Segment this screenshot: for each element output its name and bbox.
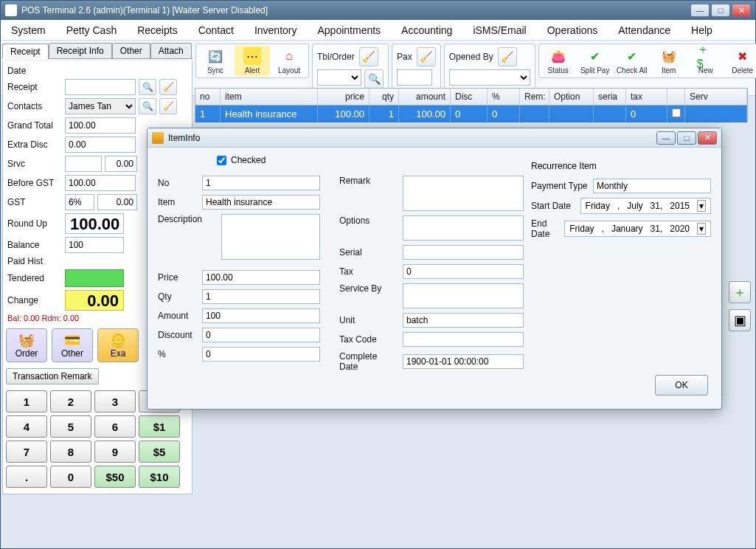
- row-checkbox[interactable]: [672, 108, 681, 117]
- menu-appointments[interactable]: Appointments: [307, 20, 391, 40]
- maximize-button[interactable]: □: [711, 4, 730, 17]
- key-0[interactable]: 0: [50, 466, 91, 488]
- modal-close-button[interactable]: ✕: [698, 131, 717, 145]
- transaction-remark-button[interactable]: Transaction Remark: [6, 368, 99, 384]
- sync-button[interactable]: 🔄Sync: [198, 46, 233, 76]
- key-5[interactable]: 5: [50, 415, 91, 438]
- extradisc-input[interactable]: [65, 137, 136, 153]
- key-dot[interactable]: .: [6, 466, 47, 488]
- item-button[interactable]: 🧺Item: [651, 46, 687, 76]
- menu-system[interactable]: System: [1, 20, 56, 40]
- unit-input[interactable]: [403, 313, 524, 328]
- col-price[interactable]: price: [318, 89, 370, 105]
- col-item[interactable]: item: [221, 89, 318, 105]
- tab-receipt-info[interactable]: Receipt Info: [49, 43, 112, 58]
- gutter-box-button[interactable]: ▣: [729, 309, 751, 331]
- other-button[interactable]: 💳Other: [52, 328, 93, 362]
- calendar-icon[interactable]: ▾: [697, 223, 706, 235]
- pax-clear-icon[interactable]: 🧹: [417, 47, 436, 66]
- openedby-clear-icon[interactable]: 🧹: [498, 47, 517, 66]
- beforegst-input[interactable]: [65, 175, 136, 191]
- layout-button[interactable]: ⌂Layout: [271, 46, 307, 76]
- checked-checkbox[interactable]: [217, 156, 226, 165]
- delete-button[interactable]: ✖Delete: [725, 46, 756, 76]
- splitpay-button[interactable]: ✔Split Pay: [578, 46, 613, 76]
- alert-button[interactable]: ⋯Alert: [235, 46, 270, 76]
- remark-input[interactable]: [403, 176, 524, 211]
- menu-contact[interactable]: Contact: [188, 20, 244, 40]
- col-amount[interactable]: amount: [399, 89, 451, 105]
- gutter-add-button[interactable]: ＋: [729, 281, 751, 303]
- key-8[interactable]: 8: [50, 441, 91, 463]
- order-button[interactable]: 🧺Order: [6, 328, 47, 362]
- key-6[interactable]: 6: [94, 415, 136, 438]
- menu-pettycash[interactable]: Petty Cash: [56, 20, 127, 40]
- qty-input[interactable]: [202, 289, 320, 304]
- key-1[interactable]: 1: [6, 390, 47, 412]
- pct-input[interactable]: [202, 347, 320, 362]
- receipt-search-icon[interactable]: 🔍: [139, 79, 156, 95]
- tblorder-search-icon[interactable]: 🔍: [364, 69, 384, 89]
- col-option[interactable]: Option: [549, 89, 594, 105]
- col-qty[interactable]: qty: [370, 89, 399, 105]
- enddate-picker[interactable]: Friday, January 31, 2020 ▾: [564, 221, 711, 237]
- col-pct[interactable]: %: [488, 89, 520, 105]
- tab-attach[interactable]: Attach: [150, 43, 192, 58]
- col-tax[interactable]: tax: [626, 89, 667, 105]
- col-disc[interactable]: Disc: [451, 89, 488, 105]
- col-rem[interactable]: Rem:: [520, 89, 549, 105]
- menu-attendance[interactable]: Attendance: [608, 20, 681, 40]
- key-7[interactable]: 7: [6, 441, 47, 463]
- col-serv[interactable]: Serv: [685, 89, 747, 105]
- col-check[interactable]: [667, 89, 685, 105]
- desc-input[interactable]: [221, 214, 320, 260]
- key-dollar-5[interactable]: $5: [139, 441, 180, 463]
- balance-input[interactable]: [65, 237, 124, 253]
- calendar-icon[interactable]: ▾: [697, 200, 706, 212]
- contacts-search-icon[interactable]: 🔍: [139, 98, 156, 114]
- no-input[interactable]: [202, 176, 320, 190]
- pax-input[interactable]: [397, 69, 432, 86]
- menu-help[interactable]: Help: [681, 20, 723, 40]
- ok-button[interactable]: OK: [655, 375, 708, 396]
- startdate-picker[interactable]: Friday, July 31, 2015 ▾: [580, 198, 711, 214]
- key-4[interactable]: 4: [6, 415, 47, 438]
- openedby-select[interactable]: [449, 69, 530, 86]
- serial-input[interactable]: [403, 245, 524, 260]
- minimize-button[interactable]: —: [690, 4, 710, 17]
- price-input[interactable]: [202, 270, 320, 285]
- exact-button[interactable]: 🪙Exa: [97, 328, 139, 362]
- grandtotal-input[interactable]: [65, 117, 136, 134]
- receipt-clear-icon[interactable]: 🧹: [159, 79, 177, 95]
- col-seria[interactable]: seria: [594, 89, 626, 105]
- menu-operations[interactable]: Operations: [537, 20, 608, 40]
- menu-receipts[interactable]: Receipts: [127, 20, 187, 40]
- checkall-button[interactable]: ✔Check All: [614, 46, 650, 76]
- options-input[interactable]: [403, 215, 524, 241]
- contacts-clear-icon[interactable]: 🧹: [159, 98, 177, 114]
- close-button[interactable]: ✕: [732, 4, 751, 17]
- key-dollar-50[interactable]: $50: [94, 466, 136, 488]
- modal-maximize-button[interactable]: □: [677, 131, 696, 145]
- new-button[interactable]: ＋$New: [688, 46, 724, 76]
- modal-minimize-button[interactable]: —: [656, 131, 676, 145]
- key-dollar-10[interactable]: $10: [139, 466, 180, 488]
- table-row[interactable]: 1 Health insurance 100.00 1 100.00 0 0 0: [195, 106, 748, 122]
- serviceby-input[interactable]: [403, 283, 524, 308]
- srvc-input[interactable]: [65, 156, 102, 172]
- menu-inventory[interactable]: Inventory: [244, 20, 308, 40]
- item-input[interactable]: [202, 195, 320, 210]
- key-2[interactable]: 2: [50, 390, 91, 412]
- tblorder-clear-icon[interactable]: 🧹: [359, 47, 378, 66]
- col-no[interactable]: no: [195, 89, 221, 105]
- completedate-input[interactable]: [403, 354, 524, 369]
- paytype-input[interactable]: [593, 179, 711, 193]
- tax-input[interactable]: [403, 264, 524, 279]
- taxcode-input[interactable]: [403, 332, 524, 347]
- receipt-input[interactable]: [65, 79, 136, 95]
- tblorder-select[interactable]: [317, 69, 361, 86]
- contacts-select[interactable]: James Tan: [65, 98, 136, 114]
- status-button[interactable]: 👛Status: [541, 46, 576, 76]
- discount-input[interactable]: [202, 328, 320, 342]
- menu-accounting[interactable]: Accounting: [391, 20, 462, 40]
